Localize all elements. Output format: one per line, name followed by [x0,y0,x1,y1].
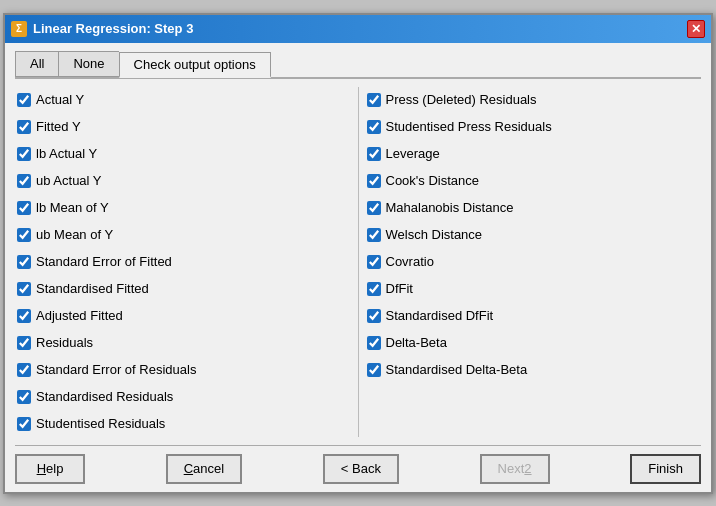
check-item-std_fitted: Standardised Fitted [15,276,352,302]
label-delta_beta: Delta-Beta [386,335,447,350]
checkbox-stu_residuals[interactable] [17,417,31,431]
checkbox-ub_actual_y[interactable] [17,174,31,188]
check-item-delta_beta: Delta-Beta [365,330,702,356]
tabs-row: All None Check output options [15,51,701,79]
check-item-ub_mean_y: ub Mean of Y [15,222,352,248]
label-covratio: Covratio [386,254,434,269]
check-item-se_fitted: Standard Error of Fitted [15,249,352,275]
buttons-row: Help Cancel < Back Next 2 Finish [15,445,701,484]
check-item-std_dffit: Standardised DfFit [365,303,702,329]
check-item-std_residuals: Standardised Residuals [15,384,352,410]
checkbox-press_residuals[interactable] [367,93,381,107]
label-actual_y: Actual Y [36,92,84,107]
label-leverage: Leverage [386,146,440,161]
label-std_residuals: Standardised Residuals [36,389,173,404]
label-se_fitted: Standard Error of Fitted [36,254,172,269]
check-item-residuals: Residuals [15,330,352,356]
checkbox-stu_press[interactable] [367,120,381,134]
tab-all[interactable]: All [15,51,58,77]
dialog-window: Σ Linear Regression: Step 3 ✕ All None C… [3,13,713,494]
label-welsch: Welsch Distance [386,227,483,242]
close-button[interactable]: ✕ [687,20,705,38]
tab-none[interactable]: None [58,51,118,77]
checkbox-std_fitted[interactable] [17,282,31,296]
checkbox-welsch[interactable] [367,228,381,242]
label-ub_actual_y: ub Actual Y [36,173,102,188]
label-stu_press: Studentised Press Residuals [386,119,552,134]
help-button[interactable]: Help [15,454,85,484]
checkbox-fitted_y[interactable] [17,120,31,134]
check-item-se_residuals: Standard Error of Residuals [15,357,352,383]
label-std_dffit: Standardised DfFit [386,308,494,323]
cancel-button[interactable]: Cancel [166,454,242,484]
label-residuals: Residuals [36,335,93,350]
check-item-lb_actual_y: lb Actual Y [15,141,352,167]
checkbox-dffit[interactable] [367,282,381,296]
check-item-std_delta_beta: Standardised Delta-Beta [365,357,702,383]
column-divider [358,87,359,437]
checkbox-cooks_distance[interactable] [367,174,381,188]
checkbox-std_dffit[interactable] [367,309,381,323]
next-button[interactable]: Next 2 [480,454,550,484]
check-item-dffit: DfFit [365,276,702,302]
label-ub_mean_y: ub Mean of Y [36,227,113,242]
window-title: Linear Regression: Step 3 [33,21,193,36]
check-item-stu_residuals: Studentised Residuals [15,411,352,437]
check-item-actual_y: Actual Y [15,87,352,113]
checkboxes-area: Actual YFitted Ylb Actual Yub Actual Ylb… [15,87,701,437]
check-item-lb_mean_y: lb Mean of Y [15,195,352,221]
check-item-stu_press: Studentised Press Residuals [365,114,702,140]
checkbox-lb_mean_y[interactable] [17,201,31,215]
check-item-covratio: Covratio [365,249,702,275]
label-std_fitted: Standardised Fitted [36,281,149,296]
label-adj_fitted: Adjusted Fitted [36,308,123,323]
checkbox-delta_beta[interactable] [367,336,381,350]
label-std_delta_beta: Standardised Delta-Beta [386,362,528,377]
label-cooks_distance: Cook's Distance [386,173,480,188]
checkbox-lb_actual_y[interactable] [17,147,31,161]
title-bar: Σ Linear Regression: Step 3 ✕ [5,15,711,43]
check-item-leverage: Leverage [365,141,702,167]
checkbox-se_fitted[interactable] [17,255,31,269]
label-se_residuals: Standard Error of Residuals [36,362,196,377]
label-lb_mean_y: lb Mean of Y [36,200,109,215]
checkbox-std_residuals[interactable] [17,390,31,404]
checkbox-std_delta_beta[interactable] [367,363,381,377]
label-fitted_y: Fitted Y [36,119,81,134]
checkbox-leverage[interactable] [367,147,381,161]
checkbox-mahalanobis[interactable] [367,201,381,215]
tab-check-output[interactable]: Check output options [119,52,271,78]
right-column: Press (Deleted) ResidualsStudentised Pre… [365,87,702,437]
dialog-content: All None Check output options Actual YFi… [5,43,711,492]
app-icon: Σ [11,21,27,37]
check-item-fitted_y: Fitted Y [15,114,352,140]
check-item-mahalanobis: Mahalanobis Distance [365,195,702,221]
check-item-ub_actual_y: ub Actual Y [15,168,352,194]
check-item-cooks_distance: Cook's Distance [365,168,702,194]
back-button[interactable]: < Back [323,454,399,484]
label-press_residuals: Press (Deleted) Residuals [386,92,537,107]
checkbox-actual_y[interactable] [17,93,31,107]
checkbox-covratio[interactable] [367,255,381,269]
left-column: Actual YFitted Ylb Actual Yub Actual Ylb… [15,87,352,437]
label-dffit: DfFit [386,281,413,296]
checkbox-adj_fitted[interactable] [17,309,31,323]
check-item-adj_fitted: Adjusted Fitted [15,303,352,329]
label-mahalanobis: Mahalanobis Distance [386,200,514,215]
finish-button[interactable]: Finish [630,454,701,484]
label-lb_actual_y: lb Actual Y [36,146,97,161]
checkbox-se_residuals[interactable] [17,363,31,377]
label-stu_residuals: Studentised Residuals [36,416,165,431]
checkbox-residuals[interactable] [17,336,31,350]
check-item-welsch: Welsch Distance [365,222,702,248]
check-item-press_residuals: Press (Deleted) Residuals [365,87,702,113]
checkbox-ub_mean_y[interactable] [17,228,31,242]
